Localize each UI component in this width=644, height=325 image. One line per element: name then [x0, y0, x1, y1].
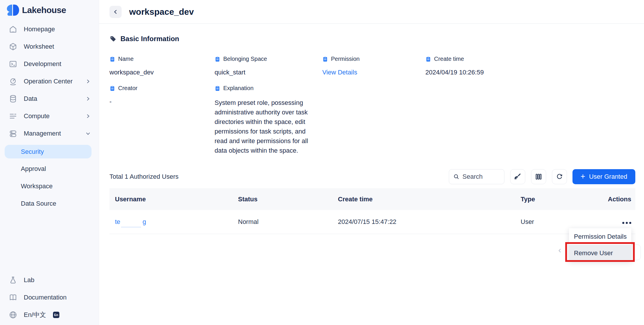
- language-label: En/中文: [24, 311, 46, 319]
- chevron-right-icon: [85, 96, 91, 101]
- sidebar-item-label: Development: [24, 60, 61, 68]
- sidebar: Lakehouse Homepage Worksheet Development…: [0, 0, 99, 325]
- refresh-button[interactable]: [552, 169, 567, 184]
- sidebar-item-data[interactable]: Data: [0, 90, 99, 107]
- column-settings-button[interactable]: [531, 169, 546, 184]
- username-link[interactable]: te g: [115, 217, 146, 227]
- basic-info-grid: Name workspace_dev Belonging Space quick…: [109, 56, 635, 155]
- view-details-link[interactable]: View Details: [322, 69, 425, 76]
- sidebar-item-label: Data: [24, 95, 37, 103]
- footer-item-label: Documentation: [24, 294, 67, 301]
- broom-icon: [514, 173, 522, 180]
- user-granted-label: User Granted: [589, 173, 627, 180]
- field-name: Name workspace_dev: [109, 56, 215, 76]
- pagination-prev-icon[interactable]: ‹: [558, 245, 561, 255]
- sidebar-item-compute[interactable]: Compute: [0, 107, 99, 125]
- field-creator: Creator -: [109, 85, 215, 155]
- username-suffix: g: [142, 218, 146, 226]
- clear-filter-button[interactable]: [510, 169, 525, 184]
- field-value-text: 2024/04/19 10:26:59: [425, 69, 635, 76]
- username-prefix: te: [115, 218, 120, 226]
- table-row: te g Normal 2024/07/15 15:47:22 User: [109, 210, 635, 234]
- field-label-text: Name: [118, 56, 133, 62]
- chevron-right-icon: [85, 79, 91, 84]
- sidebar-item-label: Operation Center: [24, 78, 73, 85]
- sidebar-item-workspace[interactable]: Workspace: [0, 178, 99, 195]
- authorized-users-table: Username Status Create time Type Actions…: [109, 188, 635, 234]
- submenu-item-label: Data Source: [21, 200, 56, 207]
- clipboard-icon: [109, 56, 115, 62]
- field-label-text: Explanation: [223, 85, 254, 92]
- gauge-icon: [9, 77, 17, 86]
- redaction-box: [120, 217, 142, 227]
- status-cell: Normal: [238, 218, 338, 226]
- lakehouse-logo-icon: [6, 3, 19, 17]
- refresh-icon: [556, 173, 563, 180]
- menu-item-remove-user[interactable]: Remove User: [569, 245, 631, 261]
- field-belonging-space: Belonging Space quick_start: [215, 56, 322, 76]
- field-permission: Permission View Details: [322, 56, 425, 76]
- clipboard-icon: [215, 85, 220, 91]
- user-granted-button[interactable]: + User Granted: [572, 169, 635, 184]
- chevron-right-icon: [85, 114, 91, 119]
- search-input[interactable]: [462, 173, 500, 180]
- col-actions: Actions: [593, 196, 635, 203]
- col-username: Username: [109, 196, 238, 203]
- create-time-cell: 2024/07/15 15:47:22: [338, 218, 521, 226]
- sidebar-item-lab[interactable]: Lab: [0, 271, 99, 289]
- sidebar-item-management[interactable]: Management: [0, 125, 99, 142]
- field-explanation: Explanation System preset role, possessi…: [215, 85, 322, 155]
- columns-icon: [535, 173, 542, 180]
- field-label-text: Creator: [118, 85, 138, 92]
- main-content: Basic Information Name workspace_dev Bel…: [99, 35, 644, 234]
- sidebar-item-label: Management: [24, 130, 61, 137]
- app-logo[interactable]: Lakehouse: [6, 3, 66, 17]
- sidebar-item-development[interactable]: Development: [0, 55, 99, 73]
- users-toolbar: Total 1 Authorized Users: [109, 169, 635, 184]
- server-stack-icon: [9, 129, 17, 138]
- sidebar-item-homepage[interactable]: Homepage: [0, 21, 99, 38]
- translate-icon: En: [53, 312, 59, 318]
- type-cell: User: [521, 218, 593, 226]
- sidebar-item-label: Homepage: [24, 25, 55, 33]
- basic-info-section-header: Basic Information: [109, 35, 635, 43]
- language-switcher[interactable]: En/中文 En: [0, 306, 99, 324]
- footer-item-label: Lab: [24, 276, 34, 284]
- field-value-text: System preset role, possessing administr…: [215, 98, 318, 155]
- submenu-item-label: Security: [21, 148, 44, 156]
- col-type: Type: [521, 196, 593, 203]
- book-icon: [9, 293, 17, 302]
- back-button[interactable]: [109, 6, 122, 18]
- clipboard-icon: [109, 85, 115, 91]
- management-submenu: Security Approval Workspace Data Source: [0, 143, 99, 212]
- submenu-item-label: Approval: [21, 165, 46, 173]
- field-value-text: -: [109, 98, 215, 105]
- chevron-left-icon: [113, 9, 118, 15]
- sidebar-item-worksheet[interactable]: Worksheet: [0, 38, 99, 55]
- sidebar-item-data-source[interactable]: Data Source: [0, 195, 99, 212]
- chevron-down-icon: [85, 131, 91, 136]
- submenu-item-label: Workspace: [21, 182, 53, 190]
- sidebar-item-security[interactable]: Security: [5, 145, 92, 158]
- field-label-text: Permission: [331, 56, 360, 62]
- tag-icon: [109, 35, 116, 42]
- table-header-row: Username Status Create time Type Actions: [109, 188, 635, 210]
- more-actions-icon[interactable]: [622, 220, 631, 226]
- globe-icon: [9, 311, 17, 319]
- page-title: workspace_dev: [129, 7, 194, 17]
- sidebar-item-documentation[interactable]: Documentation: [0, 289, 99, 306]
- sidebar-item-approval[interactable]: Approval: [0, 160, 99, 178]
- field-value-text: quick_start: [215, 69, 322, 76]
- menu-item-permission-details[interactable]: Permission Details: [569, 228, 631, 245]
- field-label-text: Belonging Space: [223, 56, 267, 62]
- search-icon: [453, 174, 460, 180]
- plus-icon: +: [581, 172, 585, 180]
- sidebar-nav: Homepage Worksheet Development Operation…: [0, 21, 99, 142]
- sidebar-item-label: Compute: [24, 112, 50, 120]
- app-name: Lakehouse: [22, 5, 66, 15]
- sidebar-item-operation-center[interactable]: Operation Center: [0, 73, 99, 90]
- sidebar-item-label: Worksheet: [24, 43, 54, 50]
- compute-lines-icon: [9, 112, 17, 120]
- cube-icon: [9, 42, 17, 51]
- home-icon: [9, 25, 17, 34]
